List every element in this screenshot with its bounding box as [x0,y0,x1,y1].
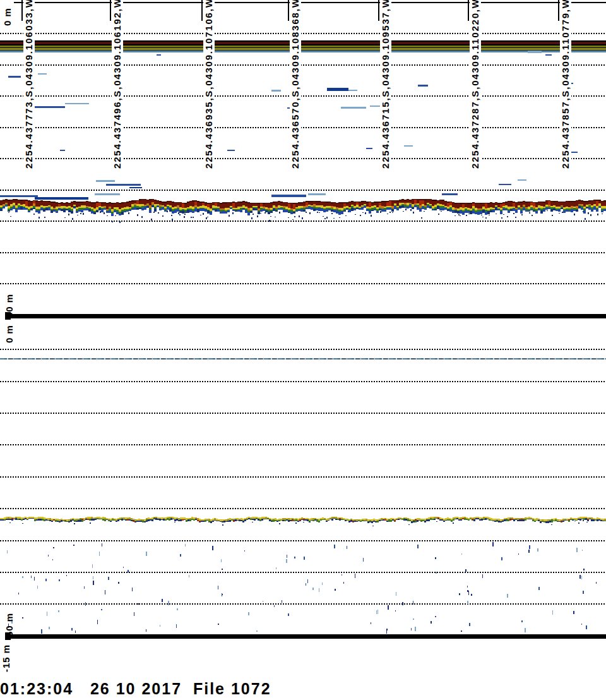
bottom-echo-trace-1 [422,199,424,200]
bottom-echo-trace-2 [409,520,411,521]
bottom-echo-trace-1 [134,201,136,203]
bottom-echo-trace-1 [212,205,215,208]
bottom-echo-trace-2 [83,520,85,521]
bottom-echo-trace-2 [348,521,350,522]
noise-speckle [507,594,508,598]
bottom-echo-trace-1 [467,204,470,208]
bottom-echo-trace-1 [369,207,371,208]
bottom-echo-trace-1 [520,207,523,208]
bottom-echo-trace-1 [528,202,530,207]
bottom-echo-trace-1 [106,209,109,210]
bottom-echo-trace-2 [479,517,481,519]
bottom-echo-trace-2 [320,519,322,521]
bottom-echo-trace-1 [222,208,225,210]
bottom-echo-trace-1 [331,206,333,208]
bottom-echo-trace-1 [576,200,578,201]
bottom-echo-trace-1 [585,218,586,220]
bottom-echo-trace-1 [33,203,35,206]
bottom-echo-trace-1 [288,203,290,203]
bottom-echo-trace-1 [285,203,288,207]
bottom-echo-trace-1 [5,204,8,205]
bottom-echo-trace-1 [174,202,177,203]
noise-speckle [84,586,85,589]
bottom-echo-trace-1 [404,205,407,207]
bottom-echo-trace-1 [482,209,485,210]
bottom-echo-trace-1 [184,214,186,215]
bottom-echo-trace-2 [205,519,206,520]
bottom-echo-trace-1 [497,209,500,210]
bottom-echo-trace-1 [100,211,101,213]
bottom-echo-trace-2 [394,520,396,521]
bottom-echo-trace-1 [442,200,444,201]
transmit-pulse-band [0,50,606,51]
bottom-echo-trace-2 [40,519,42,521]
bottom-echo-trace-2 [470,517,472,519]
bottom-echo-trace-2 [352,521,354,522]
bottom-echo-trace-2 [25,517,27,518]
bottom-echo-trace-2 [517,518,519,520]
bottom-echo-trace-1 [28,202,30,207]
bottom-echo-trace-2 [116,521,117,522]
bottom-echo-trace-1 [63,203,66,203]
bottom-echo-trace-1 [288,210,290,212]
noise-speckle [18,593,19,594]
bottom-echo-trace-1 [18,200,20,200]
bottom-echo-trace-2 [589,519,591,519]
bottom-echo-trace-2 [163,517,165,519]
bottom-echo-trace-1 [134,200,136,201]
bottom-echo-trace-1 [10,200,13,200]
bottom-echo-trace-2 [426,519,428,521]
bottom-echo-trace-2 [140,519,142,521]
bottom-echo-trace-1 [571,201,573,202]
bottom-echo-trace-1 [300,203,303,206]
bottom-echo-trace-1 [278,208,280,210]
bottom-echo-trace-2 [57,521,59,522]
bottom-echo-trace-2 [294,519,295,521]
bottom-echo-trace-2 [354,519,356,521]
bottom-echo-trace-1 [467,208,470,210]
bottom-echo-trace-1 [381,208,384,209]
bottom-echo-trace-2 [27,519,28,520]
bottom-echo-trace-1 [328,208,331,209]
bottom-echo-trace-1 [260,203,263,207]
bottom-echo-trace-1 [366,207,369,208]
bottom-echo-trace-2 [479,519,481,521]
bottom-echo-trace-1 [376,203,379,207]
bottom-echo-trace-1 [0,205,3,207]
bottom-echo-trace-2 [186,518,187,520]
bottom-echo-trace-1 [545,208,548,210]
bottom-echo-trace-2 [386,521,388,522]
noise-speckle [343,582,344,584]
bottom-echo-trace-1 [495,205,497,207]
noise-speckle [34,577,35,581]
bottom-echo-trace-2 [210,521,212,523]
bottom-echo-trace-1 [308,202,311,205]
bottom-echo-trace-1 [497,207,500,208]
bottom-echo-trace-1 [3,206,5,207]
bottom-echo-trace-2 [104,517,106,519]
bottom-echo-trace-1 [101,207,104,208]
bottom-echo-trace-1 [210,203,212,203]
bottom-echo-trace-1 [86,207,88,208]
bottom-echo-trace-1 [146,206,149,208]
bottom-echo-trace-2 [197,520,199,521]
bottom-echo-trace-1 [207,207,210,210]
bottom-echo-trace-1 [280,203,283,206]
bottom-echo-trace-1 [290,212,293,214]
bottom-echo-trace-1 [492,210,495,212]
noise-speckle [274,605,275,607]
bottom-echo-trace-2 [337,517,339,519]
bottom-echo-trace-1 [603,202,606,206]
bottom-echo-trace-1 [18,200,20,203]
bottom-echo-trace-1 [300,202,303,203]
bottom-echo-trace-2 [223,521,225,522]
bottom-echo-trace-1 [10,200,13,204]
bottom-echo-trace-1 [275,207,278,208]
bottom-echo-trace-1 [515,203,518,208]
scatter-streak [271,195,306,197]
bottom-echo-trace-1 [215,206,217,208]
bottom-echo-trace-1 [182,210,184,214]
gps-fix-tick [110,0,111,21]
bottom-echo-trace-1 [439,200,442,204]
bottom-echo-trace-1 [8,210,10,212]
